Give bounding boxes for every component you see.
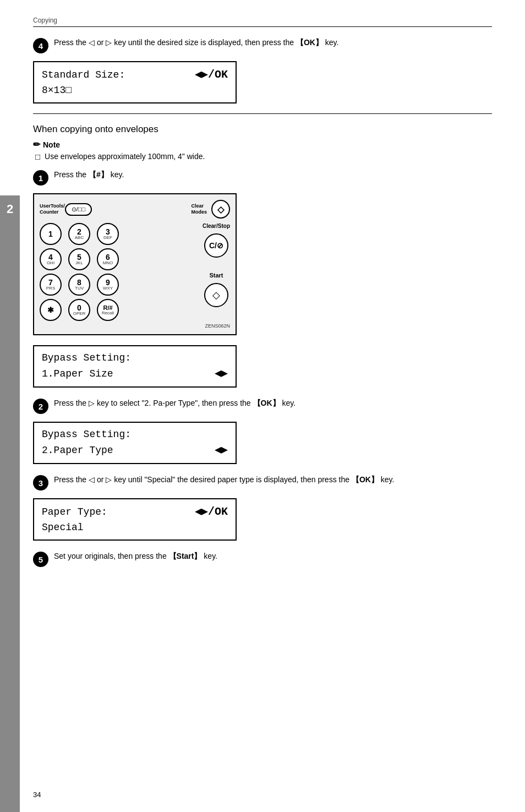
key-0[interactable]: 0OPER [68, 299, 90, 321]
key-star[interactable]: ✱ [40, 299, 62, 321]
step1-env-number: 1 [33, 170, 48, 186]
page: Copying 4 Press the ◁ or ▷ key until the… [0, 0, 525, 812]
step4-block: 4 Press the ◁ or ▷ key until the desired… [33, 37, 492, 53]
header-label: Copying [33, 17, 57, 24]
lcd-display-2: Bypass Setting: 1.Paper Size ◀▶ [33, 345, 237, 388]
lcd3-row2-arrow: ◀▶ [215, 442, 228, 459]
key-3[interactable]: 3DEF [97, 223, 119, 245]
step1-env-block: 1 Press the 【#】 key. [33, 169, 492, 186]
keypad-panel: UserTools/Counter ⊙/□□ ClearModes ◇ 1 2A… [33, 193, 237, 335]
step4-text: Press the ◁ or ▷ key until the desired s… [54, 37, 338, 48]
keypad-bottom-row: ✱ 0OPER R/#Recall [40, 299, 196, 321]
key-9[interactable]: 9WXY [97, 274, 119, 296]
key-6[interactable]: 6MNO [97, 248, 119, 270]
key-5[interactable]: 5JKL [68, 248, 90, 270]
header-bar: Copying [33, 17, 492, 27]
clear-modes-button[interactable]: ◇ [211, 200, 230, 219]
lcd1-row2-label: 8×13□ [42, 83, 72, 98]
lcd1-row1-label: Standard Size: [42, 68, 125, 83]
page-number: 34 [33, 791, 41, 799]
lcd-display-1: Standard Size: ◀▶/OK 8×13□ [33, 61, 237, 103]
step3-env-number: 3 [33, 475, 48, 491]
start-label: Start [209, 272, 223, 279]
lcd2-row1-label: Bypass Setting: [42, 351, 131, 366]
lcd3-row2-label: 2.Paper Type [42, 443, 113, 458]
key-rhash[interactable]: R/#Recall [97, 299, 119, 321]
step2-env-text: Press the ▷ key to select "2. Pa-per Typ… [54, 397, 296, 409]
lcd-display-4: Paper Type: ◀▶/OK Special [33, 498, 237, 541]
pencil-icon: ✏ [33, 139, 40, 150]
clear-stop-button[interactable]: C/⊘ [204, 233, 228, 258]
note-label: Note [43, 140, 60, 149]
lcd3-row1-label: Bypass Setting: [42, 427, 131, 442]
keypad-top-row: UserTools/Counter ⊙/□□ ClearModes ◇ [40, 200, 230, 219]
zens-label: ZENS062N [40, 323, 230, 329]
section-divider [33, 113, 492, 114]
note-block: ✏ Note Use envelopes approximately 100mm… [33, 139, 492, 161]
clear-modes-label: ClearModes [191, 203, 207, 215]
step4-number: 4 [33, 38, 48, 53]
step5-env-block: 5 Set your originals, then press the 【St… [33, 551, 492, 567]
note-item: Use envelopes approximately 100mm, 4" wi… [33, 152, 492, 161]
key-8[interactable]: 8TUV [68, 274, 90, 296]
key-4[interactable]: 4GHI [40, 248, 62, 270]
step5-env-text: Set your originals, then press the 【Star… [54, 551, 217, 562]
lcd2-row2-arrow: ◀▶ [215, 366, 228, 382]
lcd4-row1-arrow: ◀▶/OK [195, 504, 228, 520]
lcd2-row2-label: 1.Paper Size [42, 367, 113, 382]
step2-env-number: 2 [33, 399, 48, 414]
key-2[interactable]: 2ABC [68, 223, 90, 245]
clear-stop-label: Clear/Stop [203, 223, 230, 229]
key-7[interactable]: 7PRS [40, 274, 62, 296]
keypad-left: 1 2ABC 3DEF 4GHI 5JKL 6MNO 7PRS 8TUV 9WX… [40, 223, 196, 321]
key-1[interactable]: 1 [40, 223, 62, 245]
note-item-text: Use envelopes approximately 100mm, 4" wi… [45, 152, 205, 161]
sidebar-marker: 2 [0, 195, 20, 812]
start-button[interactable]: ◇ [204, 283, 228, 307]
sidebar-number: 2 [0, 195, 20, 216]
keypad-num-grid: 1 2ABC 3DEF 4GHI 5JKL 6MNO 7PRS 8TUV 9WX… [40, 223, 196, 296]
step5-env-number: 5 [33, 552, 48, 567]
keypad-main-area: 1 2ABC 3DEF 4GHI 5JKL 6MNO 7PRS 8TUV 9WX… [40, 223, 230, 321]
lcd4-row1-label: Paper Type: [42, 505, 107, 520]
keypad-right-col: Clear/Stop C/⊘ Start ◇ [203, 223, 230, 321]
lcd-display-3: Bypass Setting: 2.Paper Type ◀▶ [33, 422, 237, 464]
step2-env-block: 2 Press the ▷ key to select "2. Pa-per T… [33, 397, 492, 414]
step1-env-text: Press the 【#】 key. [54, 169, 124, 181]
user-tools-label: UserTools/Counter [40, 203, 65, 215]
note-title: ✏ Note [33, 139, 492, 150]
step3-env-block: 3 Press the ◁ or ▷ key until "Special" t… [33, 474, 492, 491]
lcd4-row2-label: Special [42, 520, 84, 535]
counter-button[interactable]: ⊙/□□ [65, 203, 92, 216]
step3-env-text: Press the ◁ or ▷ key until "Special" the… [54, 474, 394, 486]
lcd1-row1-arrow: ◀▶/OK [195, 67, 228, 83]
section-label: When copying onto envelopes [33, 119, 492, 139]
